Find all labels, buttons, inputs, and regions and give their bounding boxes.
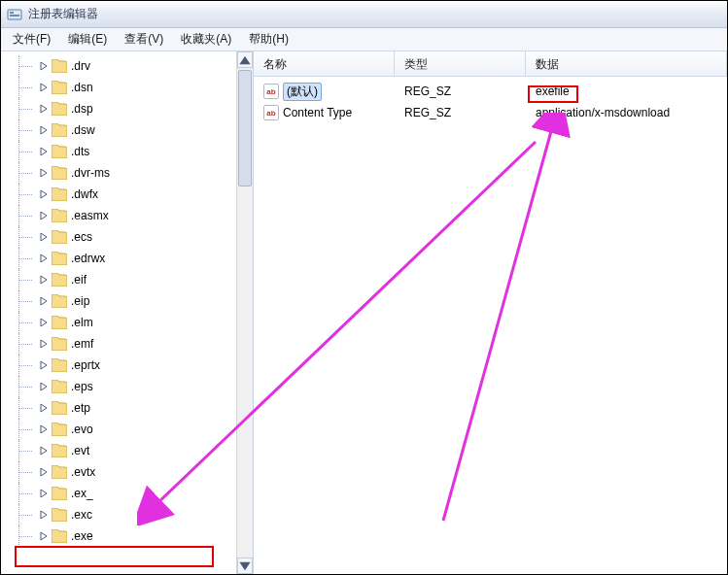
expand-icon[interactable] [38, 466, 50, 478]
tree-node[interactable]: .ex_ [38, 483, 236, 504]
tree-pane: .drv.dsn.dsp.dsw.dts.dvr-ms.dwfx.easmx.e… [1, 51, 254, 574]
tree-node[interactable]: .exe [38, 525, 236, 547]
tree-node[interactable]: .eif [38, 269, 236, 290]
column-data[interactable]: 数据 [526, 51, 727, 76]
expand-icon[interactable] [38, 317, 50, 328]
tree-node[interactable]: .eprtx [38, 355, 236, 376]
tree-node[interactable]: .eps [38, 376, 236, 397]
expand-icon[interactable] [38, 103, 50, 115]
folder-icon [52, 529, 67, 543]
tree-node[interactable]: .evo [38, 419, 236, 440]
expand-icon[interactable] [38, 60, 50, 72]
tree-node-label: .elm [71, 316, 93, 329]
expand-icon[interactable] [38, 488, 50, 499]
folder-icon [52, 444, 67, 457]
tree-node[interactable]: .etp [38, 397, 236, 419]
folder-icon [52, 123, 67, 137]
expand-icon[interactable] [38, 530, 50, 542]
expand-icon[interactable] [38, 381, 50, 392]
scroll-down-button[interactable] [237, 558, 253, 574]
tree-node-label: .etp [71, 401, 90, 415]
menu-file[interactable]: 文件(F) [5, 29, 58, 50]
folder-icon [52, 316, 67, 329]
tree-node-label: .exe [71, 529, 93, 543]
folder-icon [52, 358, 67, 372]
folder-icon [52, 294, 67, 308]
expand-icon[interactable] [38, 231, 50, 243]
folder-icon [52, 401, 67, 415]
expand-icon[interactable] [38, 509, 50, 521]
tree-node-label: .drv [71, 59, 90, 73]
value-data: application/x-msdownload [526, 106, 727, 119]
folder-icon [52, 423, 67, 436]
tree-node[interactable]: .dts [38, 141, 236, 162]
tree-node[interactable]: .exc [38, 504, 236, 525]
tree-node-label: .dts [71, 145, 89, 158]
scroll-thumb[interactable] [238, 70, 252, 186]
folder-icon [52, 166, 67, 180]
tree-node[interactable]: .drv [38, 55, 236, 77]
tree-node[interactable]: .easmx [38, 205, 236, 226]
menu-view[interactable]: 查看(V) [117, 29, 171, 50]
tree-node[interactable]: .elm [38, 312, 236, 333]
folder-icon [52, 59, 67, 73]
folder-icon [52, 465, 67, 479]
tree-node[interactable]: .evt [38, 440, 236, 461]
tree-node[interactable]: .emf [38, 333, 236, 355]
tree-node[interactable]: .eip [38, 290, 236, 312]
folder-icon [52, 187, 67, 201]
value-type: REG_SZ [395, 106, 526, 119]
menu-help[interactable]: 帮助(H) [241, 29, 296, 50]
menu-edit[interactable]: 编辑(E) [60, 29, 115, 50]
folder-icon [52, 337, 67, 351]
expand-icon[interactable] [38, 124, 50, 136]
tree-node[interactable]: .dsw [38, 119, 236, 141]
tree-node[interactable]: .dwfx [38, 184, 236, 205]
regedit-window: 注册表编辑器 文件(F) 编辑(E) 查看(V) 收藏夹(A) 帮助(H) .d… [0, 0, 728, 575]
expand-icon[interactable] [38, 210, 50, 221]
tree-node-label: .eprtx [71, 358, 100, 372]
scroll-up-button[interactable] [237, 51, 253, 68]
column-type[interactable]: 类型 [395, 51, 526, 76]
value-row[interactable]: ab(默认)REG_SZexefile [254, 81, 727, 102]
expand-icon[interactable] [38, 359, 50, 371]
expand-icon[interactable] [38, 338, 50, 350]
tree-viewport[interactable]: .drv.dsn.dsp.dsw.dts.dvr-ms.dwfx.easmx.e… [1, 51, 236, 574]
expand-icon[interactable] [38, 423, 50, 435]
tree-scrollbar[interactable] [236, 51, 253, 574]
expand-icon[interactable] [38, 167, 50, 179]
folder-icon [52, 252, 67, 265]
column-name[interactable]: 名称 [254, 51, 395, 76]
list-body[interactable]: ab(默认)REG_SZexefileabContent TypeREG_SZa… [254, 77, 727, 574]
expand-icon[interactable] [38, 82, 50, 93]
tree-node[interactable]: .dvr-ms [38, 162, 236, 184]
scroll-track[interactable] [237, 68, 253, 558]
expand-icon[interactable] [38, 253, 50, 264]
tree-node-label: .ex_ [71, 487, 93, 500]
app-icon [7, 7, 22, 22]
value-row[interactable]: abContent TypeREG_SZapplication/x-msdown… [254, 102, 727, 123]
folder-icon [52, 508, 67, 522]
value-name: Content Type [283, 106, 352, 119]
expand-icon[interactable] [38, 146, 50, 157]
tree-node[interactable]: .dsn [38, 77, 236, 98]
expand-icon[interactable] [38, 295, 50, 307]
folder-icon [52, 145, 67, 158]
expand-icon[interactable] [38, 402, 50, 414]
tree-node-label: .exc [71, 508, 92, 522]
tree-node[interactable]: .ecs [38, 226, 236, 248]
tree-node[interactable]: .evtx [38, 461, 236, 483]
svg-rect-1 [10, 12, 14, 14]
title-bar[interactable]: 注册表编辑器 [1, 1, 727, 28]
expand-icon[interactable] [38, 188, 50, 200]
expand-icon[interactable] [38, 274, 50, 286]
tree-node-label: .evo [71, 423, 93, 436]
expand-icon[interactable] [38, 445, 50, 457]
menu-favorites[interactable]: 收藏夹(A) [173, 29, 239, 50]
folder-icon [52, 209, 67, 222]
tree-node[interactable]: .dsp [38, 98, 236, 119]
folder-icon [52, 487, 67, 500]
value-name: (默认) [283, 83, 322, 101]
tree-node[interactable]: .edrwx [38, 248, 236, 269]
string-value-icon: ab [263, 84, 279, 99]
